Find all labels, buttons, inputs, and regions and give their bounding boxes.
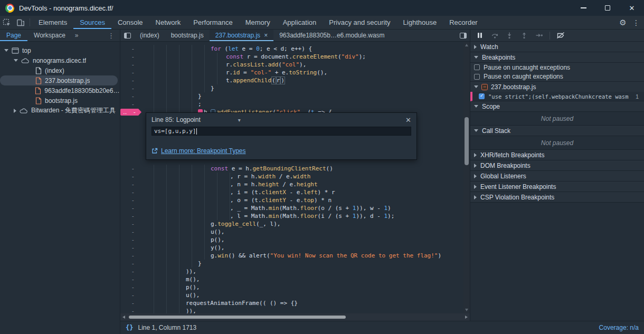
line-gutter[interactable]: - — [120, 189, 141, 196]
checkbox-row-pause-on-caught-exceptions[interactable]: Pause on caught exceptions — [470, 72, 644, 82]
line-gutter[interactable]: - — [120, 236, 141, 243]
navigator-tab-workspace[interactable]: Workspace — [27, 30, 72, 41]
chevron-right-icon[interactable] — [474, 174, 477, 178]
section-watch[interactable]: Watch — [470, 42, 644, 52]
tree-item-nonograms-dicec-tf[interactable]: nonograms.dicec.tf — [0, 55, 120, 65]
vertical-scroll-thumb[interactable] — [465, 117, 469, 165]
step-out-icon[interactable] — [518, 30, 531, 41]
line-gutter[interactable]: - — [120, 284, 141, 291]
tab-application[interactable]: Application — [277, 16, 323, 29]
line-gutter[interactable]: - — [120, 260, 141, 267]
pause-script-icon[interactable] — [473, 30, 486, 41]
section-xhr-fetch-breakpoints[interactable]: XHR/fetch Breakpoints — [470, 150, 644, 160]
line-gutter[interactable]: - — [120, 292, 141, 299]
line-gutter[interactable]: - — [120, 45, 141, 52]
chevron-right-icon[interactable] — [474, 153, 477, 157]
checkbox-row-pause-on-uncaught-exceptions[interactable]: Pause on uncaught exceptions — [470, 63, 644, 72]
section-237-bootstrap-js[interactable]: ‹›237.bootstrap.js — [470, 82, 644, 92]
tab-privacy-and-security[interactable]: Privacy and security — [323, 16, 396, 29]
breakpoint-checkbox[interactable] — [479, 93, 485, 99]
step-into-icon[interactable] — [503, 30, 516, 41]
tree-item-237-bootstrap-js[interactable]: 237.bootstrap.js — [0, 75, 118, 85]
inspect-element-icon[interactable] — [0, 16, 14, 29]
editor-vertical-scrollbar[interactable] — [463, 42, 470, 313]
checkbox[interactable] — [474, 74, 480, 80]
line-gutter[interactable]: - — [120, 244, 141, 251]
checkbox[interactable] — [474, 64, 480, 70]
section-call-stack[interactable]: Call Stack — [470, 126, 644, 136]
chevron-down-icon[interactable] — [474, 85, 478, 88]
scroll-right-arrow-icon[interactable] — [465, 316, 468, 319]
section-breakpoints[interactable]: Breakpoints — [470, 52, 644, 63]
coverage-link[interactable]: Coverage: n/a — [599, 324, 639, 331]
tab-lighthouse[interactable]: Lighthouse — [397, 16, 443, 29]
tree-item-bootstrap-js[interactable]: bootstrap.js — [0, 96, 120, 106]
tab-memory[interactable]: Memory — [239, 16, 277, 29]
line-gutter[interactable]: - — [120, 61, 141, 68]
dialog-close-icon[interactable]: ✕ — [405, 116, 411, 124]
editor-tab-237-bootstrap-js[interactable]: 237.bootstrap.js× — [210, 30, 273, 41]
chevron-right-icon[interactable] — [474, 195, 477, 199]
line-gutter[interactable]: - — [120, 53, 141, 60]
line-gutter[interactable]: - — [120, 308, 141, 313]
line-gutter[interactable]: - — [120, 300, 141, 307]
tab-recorder[interactable]: Recorder — [443, 16, 484, 29]
line-gutter[interactable]: - — [120, 181, 141, 188]
tree-item-top[interactable]: top — [0, 45, 120, 55]
toggle-debugger-panel-icon[interactable] — [456, 30, 470, 41]
close-button[interactable]: ✕ — [620, 0, 644, 16]
chevron-down-icon[interactable] — [474, 129, 478, 132]
section-event-listener-breakpoints[interactable]: Event Listener Breakpoints — [470, 182, 644, 192]
chevron-down-icon[interactable] — [474, 56, 478, 59]
line-gutter[interactable]: - — [120, 276, 141, 283]
maximize-button[interactable] — [595, 0, 620, 16]
step-icon[interactable] — [533, 30, 545, 41]
line-gutter[interactable]: - — [120, 228, 141, 235]
logpoint-expression-input[interactable]: vs=[g,u,p,y] — [151, 127, 411, 136]
chevron-right-icon[interactable] — [474, 45, 477, 49]
line-gutter[interactable]: - — [120, 252, 141, 259]
chevron-right-icon[interactable] — [474, 164, 477, 168]
scroll-left-arrow-icon[interactable] — [122, 316, 125, 319]
minimize-button[interactable] — [571, 0, 595, 16]
section-csp-violation-breakpoints[interactable]: CSP Violation Breakpoints — [470, 192, 644, 203]
line-gutter[interactable]: - — [120, 101, 141, 108]
breakpoint-entry[interactable]: "use strict";(self.webpackChunkcreate_wa… — [470, 92, 644, 101]
step-over-icon[interactable] — [488, 30, 501, 41]
tab-console[interactable]: Console — [111, 16, 149, 29]
line-gutter[interactable]: - — [120, 173, 141, 180]
navigator-more-icon[interactable]: ⋮ — [102, 30, 120, 41]
more-tabs-chevron[interactable]: » — [72, 30, 82, 41]
toggle-navigator-icon[interactable] — [120, 30, 134, 41]
horizontal-scroll-thumb[interactable] — [129, 316, 346, 319]
chevron-down-icon[interactable] — [14, 59, 18, 62]
tree-item-bitwarden[interactable]: Bitwarden - 免費密碼管理工具 — [0, 106, 120, 116]
navigator-tab-page[interactable]: Page — [0, 30, 27, 41]
chevron-down-icon[interactable] — [4, 49, 8, 52]
learn-more-link[interactable]: Learn more: Breakpoint Types — [161, 147, 246, 155]
tab-elements[interactable]: Elements — [32, 16, 73, 29]
editor-tab-963addfe188305b-e6-module-wasm[interactable]: 963addfe188305b…e6.module.wasm — [273, 30, 390, 41]
line-gutter[interactable]: - — [120, 93, 141, 100]
chevron-right-icon[interactable] — [474, 185, 477, 189]
line-gutter[interactable]: - — [120, 69, 141, 76]
section-dom-breakpoints[interactable]: DOM Breakpoints — [470, 160, 644, 171]
tree-item-index[interactable]: (index) — [0, 65, 120, 75]
section-scope[interactable]: Scope — [470, 101, 644, 112]
deactivate-breakpoints-icon[interactable] — [554, 30, 567, 41]
chevron-down-icon[interactable] — [474, 105, 478, 108]
line-gutter[interactable]: - — [120, 85, 141, 92]
tree-item-963addfe188305bb20e6-m[interactable]: 963addfe188305bb20e6.m… — [0, 85, 120, 96]
code-editor[interactable]: -for (let e = 0; e < d; e++) {-const r =… — [120, 42, 470, 313]
more-options-icon[interactable]: ⋮ — [631, 18, 641, 27]
scroll-down-arrow-icon[interactable] — [465, 309, 468, 311]
settings-gear-icon[interactable]: ⚙ — [617, 18, 629, 27]
line-gutter[interactable]: - — [120, 205, 141, 212]
editor-tab-bootstrap-js[interactable]: bootstrap.js — [165, 30, 210, 41]
line-gutter[interactable]: - — [120, 213, 141, 220]
tab-performance[interactable]: Performance — [187, 16, 239, 29]
breakpoint-type-select[interactable]: Logpoint ▾ — [176, 116, 241, 123]
line-gutter[interactable]: - — [120, 197, 141, 204]
device-toolbar-icon[interactable] — [14, 16, 27, 29]
section-global-listeners[interactable]: Global Listeners — [470, 171, 644, 182]
